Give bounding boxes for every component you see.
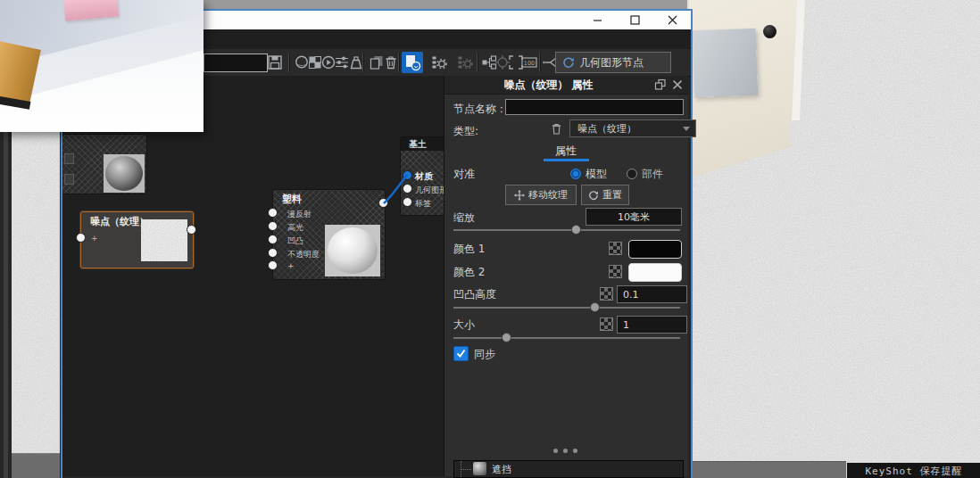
bump-slider[interactable] [453,307,680,309]
sync-label[interactable]: 同步 [474,347,495,362]
trash-icon[interactable] [382,54,400,71]
size-slider-knob[interactable] [502,333,511,342]
toolbar-separator [539,53,541,72]
save-icon[interactable] [266,54,284,71]
graph-search-input[interactable] [203,54,268,72]
properties-panel: 噪点（纹理） 属性 节点名称： 类型: 噪点（纹理） [444,76,688,476]
stucco-wall-left [12,132,60,478]
size-value: 1 [623,319,629,331]
chevron-down-icon [683,127,690,131]
port-label-bump: 凹凸 [287,235,303,247]
material-thumbnail [104,154,145,193]
panel-title: 噪点（纹理） 属性 [444,78,652,93]
node-plastic[interactable]: 塑料 漫反射 高光 凹凸 不透明度 + [272,189,386,280]
color1-texture-button[interactable] [609,242,622,255]
toolbar-separator [288,53,290,72]
scene-render-right: KeyShot 保存提醒 [687,0,980,478]
type-trash-icon[interactable] [549,121,564,136]
port-label-specular: 高光 [287,222,303,234]
undock-icon[interactable] [654,78,667,91]
plastic-output-port[interactable] [378,198,388,208]
scale-value-field[interactable]: 10毫米 [586,208,682,226]
type-label: 类型: [453,124,478,139]
nodes-gear-dim-icon[interactable] [456,54,474,71]
move-texture-label: 移动纹理 [528,188,568,202]
root-label-port[interactable] [403,197,412,207]
tree-item-occlusion[interactable]: 遮挡 [492,463,511,476]
plastic-port-specular[interactable] [268,221,278,231]
scale-slider-knob[interactable] [571,225,581,235]
panel-close-icon[interactable] [671,78,684,91]
root-geometry-port[interactable] [403,184,412,194]
color2-texture-button[interactable] [609,265,622,278]
bump-slider-knob[interactable] [590,302,600,312]
port-label-add: + [287,261,295,270]
size-slider[interactable] [453,337,680,339]
radio-part-label[interactable]: 部件 [642,167,663,182]
scene-floor-bar [687,461,846,478]
move-icon [514,190,525,201]
app-edge-strip [4,132,8,478]
maximize-button[interactable] [616,11,653,29]
preview-thumbnails-icon[interactable] [402,52,423,73]
plastic-port-opacity[interactable] [268,248,278,258]
noise-thumbnail [141,219,187,261]
node-name-label: 节点名称： [453,102,507,117]
port-label-label: 标签 [415,198,431,210]
plastic-port-diffuse[interactable] [268,208,278,218]
node-name-input[interactable] [505,99,684,115]
minimize-button[interactable] [578,11,616,29]
port-label-opacity: 不透明度 [287,249,320,260]
root-material-port-connected[interactable] [403,170,412,180]
noise-input-port[interactable] [76,233,86,243]
bump-texture-button[interactable] [600,287,613,301]
color1-swatch[interactable] [628,240,682,259]
screen: KeyShot 保存提醒 [0,0,980,478]
color1-label: 颜色 1 [453,242,485,257]
size-texture-button[interactable] [600,317,613,331]
tab-properties[interactable]: 属性 [539,144,593,159]
noise-output-port[interactable] [187,225,196,235]
sync-checkbox[interactable] [453,346,469,361]
bump-value: 0.1 [623,289,639,301]
nodes-gear-icon[interactable] [430,54,448,71]
toolbar-separator [398,53,400,72]
node-graph-canvas[interactable]: 噪点（纹理） + 塑料 漫反射 高光 凹凸 不透明度 + [62,76,444,476]
radio-model[interactable] [570,169,581,179]
color2-label: 颜色 2 [453,265,485,280]
scale-value: 10毫米 [618,210,650,224]
bump-label: 凹凸高度 [453,287,496,302]
radio-model-label[interactable]: 模型 [586,167,607,182]
toolbar-separator [362,53,364,72]
node-clipped-material[interactable] [62,134,147,194]
tree-line [461,469,471,470]
radio-part[interactable] [627,169,637,179]
plastic-port-bump[interactable] [268,235,278,244]
zoom-100-icon[interactable]: 100 [520,54,538,71]
render-preview-window [0,0,203,132]
size-value-field[interactable]: 1 [617,316,687,334]
port-label-diffuse: 漫反射 [287,209,311,220]
scale-slider[interactable] [453,229,680,231]
node-noise-texture[interactable]: 噪点（纹理） + [80,211,194,268]
bump-value-field[interactable]: 0.1 [617,285,687,303]
plastic-port-add[interactable] [268,260,278,270]
close-button[interactable] [653,11,691,29]
panel-header: 噪点（纹理） 属性 [444,76,688,95]
panel-splitter[interactable] [553,449,577,453]
port-label-material: 材质 [415,170,433,183]
toolbar-separator [477,53,478,72]
node-title: 塑料 [282,193,302,206]
align-label: 对准 [453,167,475,182]
reset-icon [588,190,599,201]
reset-button[interactable]: 重置 [581,185,629,205]
tree-item-thumbnail [473,462,486,475]
type-value: 噪点（纹理） [577,122,636,136]
type-dropdown[interactable]: 噪点（纹理） [569,120,696,137]
geometry-node-label: 几何图形节点 [579,55,644,70]
color2-swatch[interactable] [628,263,682,282]
move-texture-button[interactable]: 移动纹理 [505,185,577,205]
toast-text: KeyShot 保存提醒 [866,465,963,478]
geometry-node-button[interactable]: 几何图形节点 [555,52,671,73]
node-tree-list: 遮挡 [453,460,684,478]
